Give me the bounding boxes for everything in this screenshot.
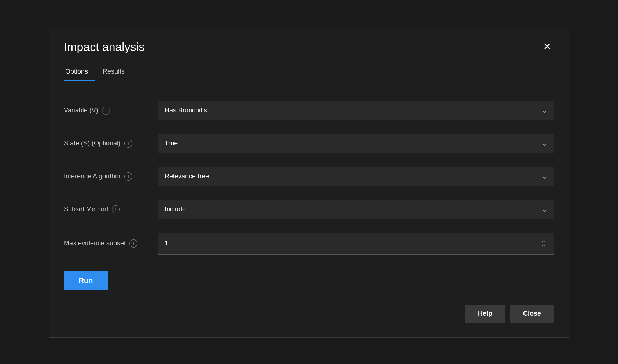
state-info-icon[interactable]: i xyxy=(124,140,132,148)
stepper-up-button[interactable]: ⌃ xyxy=(540,244,547,249)
max-evidence-subset-value: 1 xyxy=(165,239,540,247)
variable-chevron-icon: ⌄ xyxy=(542,107,547,115)
subset-method-dropdown[interactable]: Include ⌄ xyxy=(158,200,554,219)
stepper-buttons: ⌄ ⌃ xyxy=(540,238,547,249)
dialog-title: Impact analysis xyxy=(64,40,145,54)
close-button[interactable]: Close xyxy=(510,305,554,323)
dialog-close-button[interactable]: ✕ xyxy=(540,40,554,53)
tab-options[interactable]: Options xyxy=(64,64,95,81)
state-label: State (S) (Optional) i xyxy=(64,140,152,148)
variable-dropdown[interactable]: Has Bronchitis ⌄ xyxy=(158,101,554,120)
state-chevron-icon: ⌄ xyxy=(542,140,547,148)
tab-results[interactable]: Results xyxy=(101,64,132,81)
variable-label: Variable (V) i xyxy=(64,107,152,115)
subset-method-info-icon[interactable]: i xyxy=(112,205,120,213)
max-evidence-subset-label: Max evidence subset i xyxy=(64,239,152,248)
max-evidence-subset-stepper[interactable]: 1 ⌄ ⌃ xyxy=(158,233,554,255)
dialog-header: Impact analysis ✕ xyxy=(64,40,554,54)
inference-algorithm-row: Inference Algorithm i Relevance tree ⌄ xyxy=(64,160,554,193)
dialog-footer: Help Close xyxy=(64,290,554,323)
subset-method-chevron-icon: ⌄ xyxy=(542,205,547,213)
variable-info-icon[interactable]: i xyxy=(102,107,110,115)
inference-algorithm-label: Inference Algorithm i xyxy=(64,172,152,181)
max-evidence-subset-row: Max evidence subset i 1 ⌄ ⌃ xyxy=(64,226,554,261)
run-button[interactable]: Run xyxy=(64,271,108,290)
state-dropdown[interactable]: True ⌄ xyxy=(158,134,554,153)
subset-method-row: Subset Method i Include ⌄ xyxy=(64,193,554,226)
tabs-container: Options Results xyxy=(64,64,554,81)
inference-algorithm-dropdown[interactable]: Relevance tree ⌄ xyxy=(158,167,554,186)
stepper-down-button[interactable]: ⌄ xyxy=(540,238,547,243)
help-button[interactable]: Help xyxy=(465,305,505,323)
inference-algorithm-info-icon[interactable]: i xyxy=(124,172,132,181)
subset-method-label: Subset Method i xyxy=(64,205,152,213)
impact-analysis-dialog: Impact analysis ✕ Options Results Variab… xyxy=(49,27,569,338)
variable-row: Variable (V) i Has Bronchitis ⌄ xyxy=(64,94,554,127)
max-evidence-subset-info-icon[interactable]: i xyxy=(129,239,137,248)
inference-algorithm-chevron-icon: ⌄ xyxy=(542,172,547,181)
options-form: Variable (V) i Has Bronchitis ⌄ State (S… xyxy=(64,94,554,261)
state-row: State (S) (Optional) i True ⌄ xyxy=(64,127,554,160)
